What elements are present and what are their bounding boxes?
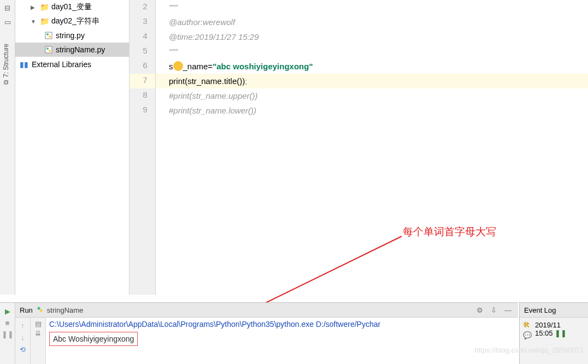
python-file-icon	[36, 306, 44, 315]
console-output-box: Abc Woshiyigeyingxong	[49, 332, 138, 346]
line-number[interactable]: 9	[130, 103, 155, 118]
rail-btn-1[interactable]: ⊟	[1, 1, 14, 14]
tools-icon[interactable]: 🛠	[523, 321, 532, 329]
svg-point-5	[49, 50, 51, 52]
svg-point-9	[39, 309, 42, 312]
balloon-icon[interactable]: 💬	[523, 331, 532, 339]
line-number[interactable]: 6	[130, 59, 155, 74]
svg-point-8	[37, 307, 40, 309]
svg-point-2	[49, 35, 51, 38]
tree-folder-day01[interactable]: ▶ 📁 day01_变量	[15, 0, 129, 14]
run-pause-icon[interactable]: ❚❚	[2, 330, 14, 338]
tree-folder-day02[interactable]: ▼ 📁 day02_字符串	[15, 14, 129, 28]
pause-icon: ❚❚	[555, 329, 567, 337]
minimize-icon[interactable]: —	[502, 306, 514, 314]
structure-icon: ⧉	[2, 80, 10, 85]
run-subcontrols: ▤ ⇊	[31, 318, 46, 364]
project-tree: ▶ 📁 day01_变量 ▼ 📁 day02_字符串 string.py str…	[15, 0, 130, 295]
console-output[interactable]: C:\Users\Administrator\AppData\Local\Pro…	[46, 318, 518, 364]
folder-icon: 📁	[39, 3, 49, 11]
up-arrow-icon[interactable]: ↑	[17, 320, 28, 331]
event-time: 15:05	[535, 329, 553, 337]
chevron-right-icon: ▶	[31, 4, 37, 10]
event-log-title[interactable]: Event Log	[520, 303, 588, 318]
library-icon: ▮▮	[20, 60, 28, 69]
line-number[interactable]: 8	[130, 88, 155, 103]
gear-icon[interactable]: ⚙	[474, 306, 485, 314]
structure-tab[interactable]: ⧉ 7: Structure	[2, 44, 10, 85]
run-controls: ↑ ↓ ⟲	[15, 318, 31, 364]
annotation-text: 每个单词首字母大写	[403, 225, 496, 239]
rail-btn-2[interactable]: ▭	[1, 15, 14, 28]
run-label: Run	[20, 306, 33, 314]
download-icon[interactable]: ⇩	[489, 306, 499, 314]
external-libraries[interactable]: ▮▮ External Libraries	[15, 57, 129, 72]
run-play-icon[interactable]: ▶	[5, 307, 10, 315]
svg-point-1	[46, 33, 49, 35]
watermark: https://blog.csdn.net/qq_29590071	[475, 346, 584, 354]
folder-icon: 📁	[39, 17, 49, 26]
run-title: stringName	[47, 306, 83, 314]
line-number[interactable]: 5	[130, 44, 155, 59]
python-file-icon	[44, 45, 54, 54]
svg-point-4	[46, 47, 49, 50]
tree-file-stringname[interactable]: stringName.py	[15, 43, 129, 57]
editor-gutter: 2 3 4 5 6 7 8 9	[130, 0, 156, 295]
line-number[interactable]: 3	[130, 15, 155, 29]
run-stop-icon[interactable]: ■	[5, 319, 10, 327]
down-arrow-icon[interactable]: ↓	[17, 332, 28, 343]
svg-rect-3	[45, 46, 52, 53]
code-editor[interactable]: """ @author:werewolf @time:2019/11/27 15…	[156, 0, 588, 295]
wrap-icon[interactable]: ⟲	[17, 344, 28, 355]
console-command: C:\Users\Administrator\AppData\Local\Pro…	[49, 320, 515, 329]
filter-icon[interactable]: ▤	[35, 320, 42, 328]
line-number[interactable]: 7	[130, 74, 155, 88]
run-header: Run stringName ⚙ ⇩ —	[15, 303, 518, 318]
python-file-icon	[44, 31, 54, 40]
scroll-icon[interactable]: ⇊	[35, 329, 41, 337]
line-number[interactable]: 2	[130, 0, 155, 15]
event-date: 2019/11	[535, 321, 567, 329]
run-panel: Run stringName ⚙ ⇩ — ↑ ↓ ⟲ ▤ ⇊ C:\Users\…	[15, 302, 518, 364]
svg-rect-0	[45, 32, 52, 39]
left-rail-bottom: ▶ ■ ❚❚	[0, 302, 15, 364]
emoji-icon	[173, 61, 183, 71]
event-log-panel: Event Log 🛠 💬 2019/11 15:05 ❚❚	[519, 302, 588, 364]
chevron-down-icon: ▼	[31, 19, 37, 25]
line-number[interactable]: 4	[130, 29, 155, 44]
tree-file-string[interactable]: string.py	[15, 28, 129, 43]
